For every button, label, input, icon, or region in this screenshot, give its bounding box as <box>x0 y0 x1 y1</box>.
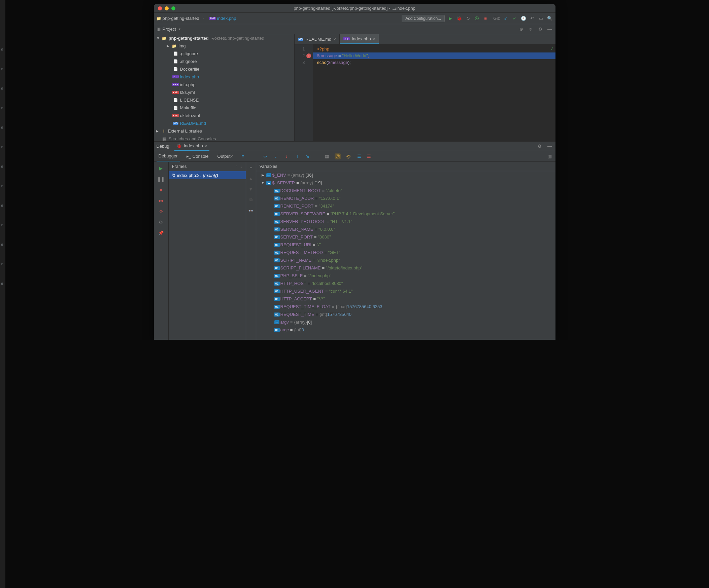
editor-tab[interactable]: MDREADME.md× <box>295 34 340 44</box>
update-project-icon[interactable]: ↙ <box>503 16 509 22</box>
run-to-cursor-icon[interactable]: ↘I <box>305 153 311 160</box>
add-watch-icon[interactable]: ☰₊ <box>367 153 373 160</box>
at-icon[interactable]: @ <box>345 153 351 160</box>
minimize-panel-icon[interactable]: — <box>547 143 553 149</box>
variable-row[interactable]: 01REQUEST_URI="/" <box>256 241 555 249</box>
variable-row[interactable]: 01SERVER_SOFTWARE="PHP 7.4.1 Development… <box>256 210 555 218</box>
output-tab[interactable]: Output × <box>215 151 235 162</box>
variable-row[interactable]: 01HTTP_HOST="localhost:8080" <box>256 280 555 287</box>
variable-row[interactable]: ▼ ≔ $_SERVER = {array} [19] <box>256 179 555 187</box>
expand-all-icon[interactable]: ≑ <box>528 26 534 32</box>
tree-file[interactable]: PHPindex.php <box>154 73 294 81</box>
external-libraries[interactable]: ▶ ⫴ External Libraries <box>154 127 294 135</box>
variable-row[interactable]: 01HTTP_ACCEPT="*/*" <box>256 295 555 303</box>
variable-row[interactable]: 01REQUEST_METHOD="GET" <box>256 249 555 256</box>
search-everywhere-icon[interactable]: 🔍 <box>547 16 553 22</box>
force-step-into-icon[interactable]: ↓ <box>284 153 290 160</box>
variable-row[interactable]: 01REMOTE_ADDR="127.0.0.1" <box>256 194 555 202</box>
variable-row[interactable]: 01HTTP_USER_AGENT="curl/7.64.1" <box>256 287 555 295</box>
variable-row[interactable]: 01SERVER_PROTOCOL="HTTP/1.1" <box>256 218 555 225</box>
step-out-icon[interactable]: ↑ <box>294 153 300 160</box>
glasses-icon[interactable]: 👓 <box>248 207 254 214</box>
stop-debug-button[interactable] <box>158 187 164 193</box>
breakpoint-icon[interactable]: ✓ <box>306 54 311 58</box>
debug-session-settings-icon[interactable]: ⚙ <box>158 219 164 225</box>
scratches-consoles[interactable]: ▦ Scratches and Consoles <box>154 135 294 141</box>
tree-file[interactable]: MDREADME.md <box>154 119 294 127</box>
coverage-button[interactable]: ↻ <box>465 16 471 22</box>
variable-row[interactable]: 01SCRIPT_NAME="/index.php" <box>256 256 555 264</box>
editor-tab[interactable]: PHPindex.php× <box>340 34 379 44</box>
tree-file[interactable]: PHPinfo.php <box>154 81 294 88</box>
variable-row[interactable]: 01DOCUMENT_ROOT="/okteto" <box>256 187 555 194</box>
dropdown-icon[interactable]: ▼ <box>178 28 181 31</box>
step-into-icon[interactable]: ↓ <box>273 153 279 160</box>
project-label[interactable]: Project <box>163 27 176 32</box>
history-icon[interactable]: 🕘 <box>521 16 527 22</box>
pause-button[interactable]: ❚❚ <box>158 176 164 182</box>
variable-row[interactable]: 01SERVER_PORT="8080" <box>256 233 555 241</box>
tree-file[interactable]: YMLk8s.yml <box>154 88 294 96</box>
trace-icon[interactable]: ⓒ <box>335 153 341 160</box>
breadcrumb-file[interactable]: PHP index.php <box>209 16 236 21</box>
tree-file[interactable]: LICENSE <box>154 96 294 104</box>
pin-icon[interactable]: 📌 <box>158 230 164 236</box>
variable-row[interactable]: 01SERVER_NAME="0.0.0.0" <box>256 225 555 233</box>
hide-icon[interactable]: — <box>547 26 553 32</box>
inspection-ok-icon[interactable]: ✓ <box>550 46 554 51</box>
watches-icon[interactable]: ☰ <box>356 153 362 160</box>
maximize-window-button[interactable] <box>172 6 176 10</box>
evaluate-expression-icon[interactable]: ▦ <box>324 153 330 160</box>
project-tree[interactable]: ▼ php-getting-started ~/okteto/php-getti… <box>154 34 295 141</box>
variable-row[interactable]: 01argc={int} 0 <box>256 326 555 334</box>
close-icon[interactable]: × <box>205 143 208 148</box>
console-tab[interactable]: ▸_Console <box>184 151 211 162</box>
variable-row[interactable]: 01REMOTE_PORT="34174" <box>256 202 555 210</box>
close-icon[interactable]: × <box>333 37 336 42</box>
debugger-tab[interactable]: Debugger <box>157 151 180 162</box>
add-configuration-button[interactable]: Add Configuration... <box>402 15 445 22</box>
tree-folder[interactable]: ▶img <box>154 42 294 50</box>
debug-button[interactable]: 🐞 <box>456 16 462 22</box>
move-down-icon[interactable]: ▼ <box>248 186 254 192</box>
editor-gutter[interactable]: 1 2✓ 3 <box>295 45 313 141</box>
close-window-button[interactable] <box>158 6 162 10</box>
next-frame-icon[interactable]: ↓ <box>240 164 242 169</box>
variable-row[interactable]: 01REQUEST_TIME={int} 1576785640 <box>256 310 555 318</box>
variables-panel[interactable]: Variables ▶ ≔ $_ENV = {array} [36] ▼ ≔ $… <box>256 162 555 340</box>
tree-file[interactable]: YMLokteto.yml <box>154 112 294 119</box>
add-icon[interactable]: ＋ <box>248 165 254 171</box>
view-breakpoints-icon[interactable]: ●● <box>158 197 164 203</box>
settings-icon[interactable]: ⚙ <box>537 26 543 32</box>
profiler-button[interactable]: ⦿ <box>474 16 480 22</box>
variable-row[interactable]: ▶ ≔ $_ENV = {array} [36] <box>256 171 555 179</box>
variable-row[interactable]: 01SCRIPT_FILENAME="/okteto/index.php" <box>256 264 555 272</box>
revert-icon[interactable]: ↶ <box>529 16 535 22</box>
debug-session-tab[interactable]: 🐞 index.php × <box>175 142 209 151</box>
tree-file[interactable]: Makefile <box>154 104 294 112</box>
show-execution-point-icon[interactable]: ≡ <box>240 153 246 160</box>
minimize-window-button[interactable] <box>165 6 169 10</box>
variable-row[interactable]: ≔argv={array} [0] <box>256 318 555 326</box>
step-over-icon[interactable]: ⤼ <box>262 153 268 160</box>
ide-scripting-icon[interactable]: ▭ <box>538 16 544 22</box>
stack-frame[interactable]: ⧉ index.php:2, {main}() <box>169 171 246 179</box>
debug-settings-icon[interactable]: ⚙ <box>536 143 543 149</box>
tree-file[interactable]: Dockerfile <box>154 65 294 73</box>
move-up-icon[interactable]: ▲ <box>248 175 254 181</box>
run-button[interactable] <box>447 16 453 22</box>
stop-button[interactable] <box>482 16 489 22</box>
prev-frame-icon[interactable]: ↑ <box>235 164 238 169</box>
variable-row[interactable]: 01REQUEST_TIME_FLOAT={float} 1576785640.… <box>256 303 555 310</box>
mute-breakpoints-icon[interactable]: ⊘ <box>158 208 164 214</box>
tree-root[interactable]: ▼ php-getting-started ~/okteto/php-getti… <box>154 34 294 42</box>
commit-icon[interactable]: ✓ <box>512 16 518 22</box>
copy-icon[interactable]: ⧉ <box>248 197 254 203</box>
tree-file[interactable]: .stignore <box>154 58 294 65</box>
breadcrumb-project[interactable]: php-getting-started <box>157 16 199 21</box>
resume-button[interactable] <box>158 165 164 171</box>
variable-row[interactable]: 01PHP_SELF="/index.php" <box>256 272 555 280</box>
locate-icon[interactable]: ⊕ <box>519 26 525 32</box>
tree-file[interactable]: .gitignore <box>154 50 294 58</box>
code-editor[interactable]: <?php $message = "Hello World"; echo($me… <box>313 45 555 141</box>
